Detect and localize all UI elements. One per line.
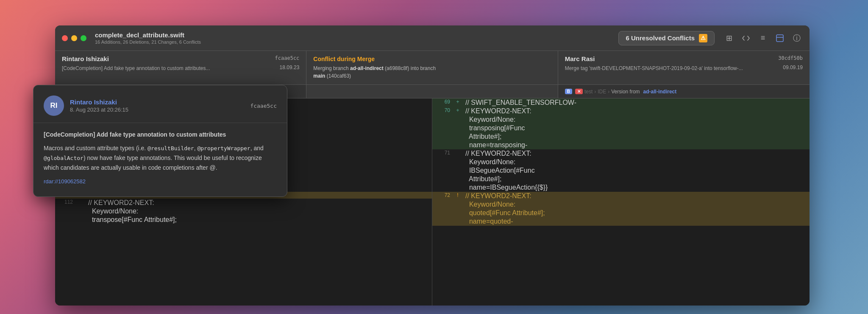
svg-rect-0 [776,35,783,42]
code-row: transpose[#Func Attribute#]; [55,216,432,224]
badge-x: ✕ [575,89,583,94]
comment-header: RI Rintaro Ishizaki 8. Aug 2023 at 20:26… [44,95,277,116]
right-hash: 30cdf50b [778,55,803,61]
right-code-pane: 69 + // SWIFT_ENABLE_TENSORFLOW- 70 + //… [432,98,810,306]
code-row: name=transposing- [432,141,810,149]
navigate-icon[interactable] [740,32,752,44]
code-row-conflict: quoted[#Func Attribute#]; [432,209,810,217]
code-row: Attribute#]; [432,132,810,141]
minimize-button[interactable] [71,35,77,41]
comment-date: 8. Aug 2023 at 20:26:15 [70,107,250,113]
right-author: Marc Rasi [565,55,595,62]
info-icon[interactable]: ⓘ [791,32,803,44]
traffic-lights [62,35,86,41]
right-desc: Merge tag 'swift-DEVELOPMENT-SNAPSHOT-20… [565,65,743,72]
code-row: 112 // KEYWORD2-NEXT: [55,199,432,207]
code-row: name=IBSegueAction{{$}} [432,183,810,192]
code-row-conflict: Keyword/None: [432,200,810,209]
fullscreen-button[interactable] [81,35,86,41]
code-row: Keyword/None: [432,158,810,166]
comment-divider [33,123,287,123]
branch-from: ad-all-indirect [350,65,384,71]
code-row-conflict: 72 ! // KEYWORD2-NEXT: [432,192,810,200]
title-bar: complete_decl_attribute.swift 16 Additio… [55,25,810,51]
conflict-badge: 6 Unresolved Conflicts ⚠ [618,31,715,45]
right-path-col: B ✕ test › IDE › Version from ad-all-ind… [558,85,810,98]
left-desc: [CodeCompletion] Add fake type annotatio… [62,65,210,72]
file-info: complete_decl_attribute.swift 16 Additio… [95,31,201,45]
comment-title: [CodeCompletion] Add fake type annotatio… [44,130,277,139]
code-row: Keyword/None: [55,207,432,216]
center-info-col: Conflict during Merge Merging branch ad-… [306,51,558,84]
avatar: RI [44,95,64,116]
file-stats: 16 Additions, 26 Deletions, 21 Changes, … [95,39,201,45]
code-row: IBSegueAction[#Func [432,166,810,175]
merge-detail: Merging branch ad-all-indirect (a6988c8f… [313,64,551,80]
badge-b: B [565,89,572,94]
comment-link[interactable]: rdar://109062582 [44,177,277,186]
conflict-count: 6 Unresolved Conflicts [626,34,695,42]
comment-popup: RI Rintaro Ishizaki 8. Aug 2023 at 20:26… [33,85,287,197]
code-row: Attribute#]; [432,175,810,183]
branch-to: main [313,73,325,79]
left-date: 18.09.23 [280,64,300,70]
left-info-col: Rintaro Ishizaki fcaae5cc [CodeCompletio… [55,51,306,84]
comment-hash: fcaae5cc [250,103,277,109]
warning-icon: ⚠ [699,34,707,42]
code-row: 69 + // SWIFT_ENABLE_TENSORFLOW- [432,98,810,107]
columns-icon[interactable]: ⊞ [723,32,735,44]
code-row: 70 + // KEYWORD2-NEXT: [432,107,810,115]
right-info-col: Marc Rasi 30cdf50b Merge tag 'swift-DEVE… [558,51,810,84]
comment-body: [CodeCompletion] Add fake type annotatio… [44,130,277,186]
version-label: Version from [611,89,640,95]
info-bar: Rintaro Ishizaki fcaae5cc [CodeCompletio… [55,51,810,85]
comment-author-name[interactable]: Rintaro Ishizaki [70,98,250,106]
code-row: Keyword/None: [432,115,810,124]
comment-author-info: Rintaro Ishizaki 8. Aug 2023 at 20:26:15 [70,98,250,113]
toolbar-icons: ⊞ ≡ ⓘ [723,32,803,44]
conflict-label: Conflict during Merge [313,56,375,62]
right-date: 09.09.19 [783,64,803,70]
left-author: Rintaro Ishizaki [62,55,109,62]
code-row: 71 // KEYWORD2-NEXT: [432,149,810,158]
close-button[interactable] [62,35,68,41]
branch-name: ad-all-indirect [643,89,677,95]
code-row-conflict: name=quoted- [432,217,810,226]
center-path-col [306,85,558,98]
left-hash: fcaae5cc [275,55,300,61]
comment-body-p1: Macros and custom attribute types (i.e. … [44,143,277,172]
right-code-scroll[interactable]: 69 + // SWIFT_ENABLE_TENSORFLOW- 70 + //… [432,98,810,306]
file-name: complete_decl_attribute.swift [95,31,201,39]
list-icon[interactable]: ≡ [757,32,769,44]
code-row: transposing[#Func [432,124,810,132]
panel-icon[interactable] [774,32,786,44]
